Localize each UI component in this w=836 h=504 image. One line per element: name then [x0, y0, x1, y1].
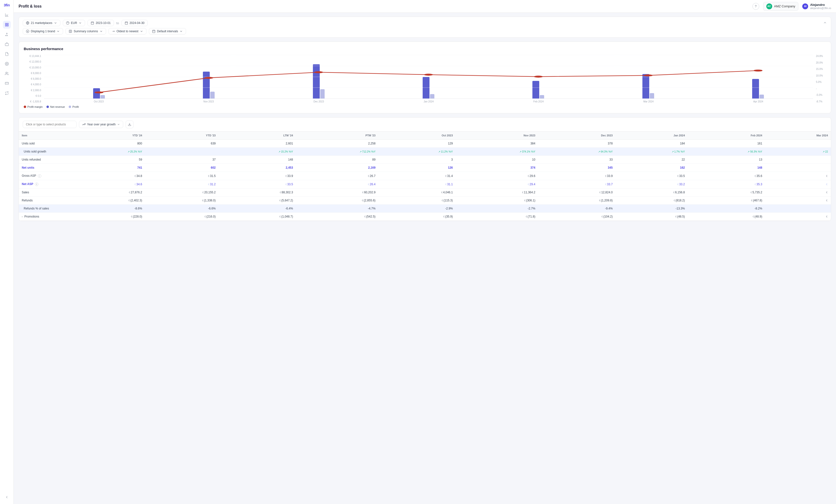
sidebar-icon-products[interactable] [3, 40, 11, 48]
cell-ltm24-growth: ↗ 15.2% YoY [218, 148, 296, 156]
bar-blue-dec2023 [313, 64, 320, 98]
cell-ltm24-promotions: €(1,048.7) [218, 213, 296, 221]
cell-ltm24-net-units: 2,453 [218, 164, 296, 172]
marketplaces-filter[interactable]: 21 marketplaces [23, 20, 60, 26]
svg-rect-26 [153, 30, 155, 33]
bar-light-oct2023 [100, 95, 105, 98]
x-label-mar: Mar 2024 [643, 100, 654, 103]
sidebar-icon-billing[interactable] [3, 79, 11, 87]
sidebar-icon-orders[interactable] [3, 31, 11, 38]
cell-ltm24-gross-asp: €33.9 [218, 172, 296, 180]
cell-ptm23-promotions: €(542.5) [296, 213, 378, 221]
chart-main-area: Oct 2023 Nov 2023 Dec 2023 Jan 2024 Feb … [44, 55, 813, 103]
marketplaces-label: 21 marketplaces [31, 21, 52, 25]
chart-x-labels: Oct 2023 Nov 2023 Dec 2023 Jan 2024 Feb … [44, 100, 813, 103]
page-title: Profit & loss [19, 4, 41, 8]
intervals-filter[interactable]: Default intervals [149, 28, 186, 35]
intervals-label: Default intervals [157, 30, 178, 33]
cell-ytd23-net-units: 602 [145, 164, 218, 172]
cell-nov23-net-asp: €29.4 [456, 180, 538, 189]
row-sales: Sales €27,876.2 €20,155.2 €88,302.3 €60,… [19, 189, 831, 196]
sidebar-icon-integrations[interactable] [3, 89, 11, 97]
y-right-2: 15.0% [816, 68, 826, 71]
cell-mar24-net-asp: € [765, 180, 831, 189]
cell-feb24-net-asp: €35.3 [688, 180, 765, 189]
company-selector[interactable]: AC AMZ Company [763, 2, 799, 11]
filters-row-1: 21 marketplaces EUR 2023-10-01 to 2024-0… [23, 20, 827, 26]
x-label-jan: Jan 2024 [424, 100, 434, 103]
svg-point-5 [6, 72, 7, 73]
cell-dec23-units-sold: 378 [538, 139, 615, 148]
help-button[interactable]: ? [753, 3, 759, 10]
sidebar-icon-analytics[interactable] [3, 11, 11, 19]
date-to-filter[interactable]: 2024-04-30 [121, 20, 148, 26]
bar-blue-mar2024 [642, 74, 649, 98]
y-right-5: - [816, 87, 826, 90]
col-header-jan24: Jan 2024 [615, 132, 688, 139]
summary-columns-filter[interactable]: Summary columns [65, 28, 106, 35]
chart-legend: Profit margin Net revenue Profit [24, 105, 826, 108]
sidebar-icon-settings[interactable] [3, 60, 11, 68]
col-header-nov23: Nov 2023 [456, 132, 538, 139]
col-header-ytd23: YTD '23 [145, 132, 218, 139]
sidebar-icon-reports[interactable] [3, 50, 11, 58]
cell-nov23-growth: ↗ 374.1% YoY [456, 148, 538, 156]
brand-label: Displaying 1 brand [31, 30, 55, 33]
product-search-input[interactable] [23, 121, 77, 128]
cell-ptm23-units-sold: 2,258 [296, 139, 378, 148]
col-header-item: Item [19, 132, 68, 139]
yoy-growth-button[interactable]: Year over year growth [79, 121, 123, 128]
svg-rect-16 [125, 22, 128, 24]
cell-ltm24-units-sold: 2,601 [218, 139, 296, 148]
cell-item-units-sold-growth: Units sold growth [19, 148, 68, 156]
legend-profit: Profit [69, 105, 79, 108]
col-header-dec23: Dec 2023 [538, 132, 615, 139]
cell-ytd24-net-asp: €34.6 [68, 180, 145, 189]
svg-point-33 [424, 74, 433, 76]
sidebar-icon-dashboard[interactable] [3, 21, 11, 28]
sort-order-filter[interactable]: Oldest to newest [109, 28, 147, 35]
cell-feb24-growth: ↗ 56.3% YoY [688, 148, 765, 156]
col-header-ptm23: PTM '23 [296, 132, 378, 139]
page-content: 21 marketplaces EUR 2023-10-01 to 2024-0… [14, 13, 836, 504]
sidebar-collapse-button[interactable] [3, 493, 11, 501]
cell-nov23-promotions: €(71.8) [456, 213, 538, 221]
filters-collapse-button[interactable] [823, 21, 827, 25]
cell-dec23-growth: ↗ 64.3% YoY [538, 148, 615, 156]
bar-group-nov2023 [203, 72, 215, 98]
y-label-7: € 0.0 [24, 95, 41, 97]
y-label-4: € 6,000.0 [24, 77, 41, 80]
net-asp-info-icon[interactable]: i [35, 182, 38, 186]
sidebar-icon-users[interactable] [3, 70, 11, 77]
cell-dec23-refunded: 33 [538, 156, 615, 164]
download-button[interactable] [126, 120, 133, 128]
x-label-feb: Feb 2024 [533, 100, 544, 103]
date-from-filter[interactable]: 2023-10-01 [88, 20, 114, 26]
bar-light-jan2024 [430, 94, 434, 98]
cell-mar24-refunds: € [765, 196, 831, 205]
cell-item-gross-asp: Gross ASP i [19, 172, 68, 180]
y-label-2: € 10,000.0 [24, 66, 41, 69]
cell-oct23-net-asp: €31.1 [378, 180, 456, 189]
cell-ytd23-gross-asp: €31.5 [145, 172, 218, 180]
cell-dec23-net-asp: €33.7 [538, 180, 615, 189]
cell-ptm23-gross-asp: €26.7 [296, 172, 378, 180]
cell-dec23-gross-asp: €33.9 [538, 172, 615, 180]
bar-light-mar2024 [650, 93, 654, 98]
cell-ytd23-sales: €20,155.2 [145, 189, 218, 196]
promotions-expand-icon[interactable]: › [22, 215, 22, 218]
chart-title: Business performance [24, 47, 826, 51]
cell-ytd24-units-sold: 800 [68, 139, 145, 148]
svg-rect-1 [7, 23, 8, 24]
row-net-asp: Net ASP i €34.6 €31.2 €33.5 €26.4 €31.1 … [19, 180, 831, 189]
cell-ptm23-sales: €60,202.9 [296, 189, 378, 196]
col-header-oct23: Oct 2023 [378, 132, 456, 139]
date-from-label: 2023-10-01 [96, 21, 111, 25]
gross-asp-info-icon[interactable]: i [38, 174, 41, 178]
brand-filter[interactable]: Displaying 1 brand [23, 28, 63, 35]
currency-filter[interactable]: EUR [63, 20, 85, 26]
cell-oct23-net-units: 126 [378, 164, 456, 172]
cell-jan24-sales: €6,156.8 [615, 189, 688, 196]
filters-bar: 21 marketplaces EUR 2023-10-01 to 2024-0… [19, 17, 831, 38]
chart-y-axis-right: 24.8% 20.0% 15.0% 10.0% 5.0% - -5.0% -8.… [815, 55, 826, 103]
